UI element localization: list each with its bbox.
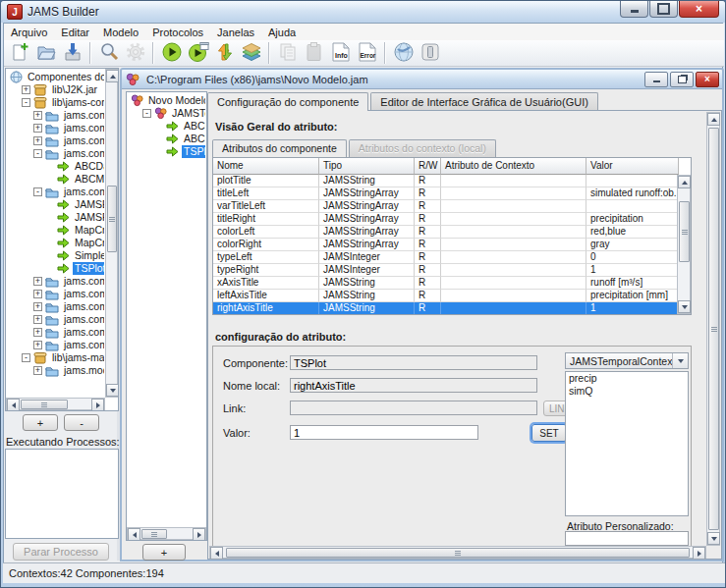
tree-item[interactable]: MapCre	[7, 237, 104, 249]
hscroll-thumb[interactable]	[141, 529, 167, 539]
tab-context-attributes[interactable]: Atributos do contexto (local)	[349, 139, 496, 157]
switch-button[interactable]	[417, 41, 443, 65]
layers-button[interactable]	[238, 41, 264, 65]
expand-icon[interactable]: +	[33, 277, 42, 286]
hscroll-thumb[interactable]	[226, 548, 690, 558]
search-button[interactable]	[95, 41, 122, 65]
add-component-button[interactable]: +	[142, 544, 186, 561]
scroll-left-icon[interactable]	[7, 399, 20, 411]
context-attribute-item[interactable]: simQ	[566, 385, 688, 398]
tree-item[interactable]: SimpleX	[7, 249, 104, 262]
tab-component-configuration[interactable]: Configuração do componente	[207, 92, 368, 111]
tree-item[interactable]: TSPlo	[128, 145, 205, 158]
open-folder-button[interactable]	[32, 41, 59, 65]
component-field[interactable]	[290, 355, 537, 370]
library-tree-vscrollbar[interactable]	[105, 69, 118, 398]
content-vscrollbar[interactable]	[706, 112, 720, 546]
table-row[interactable]: typeRightJAMSIntegerR1	[213, 264, 691, 277]
tree-item[interactable]: ABCMod	[7, 173, 104, 186]
menu-item-protocolos[interactable]: Protocolos	[145, 26, 210, 39]
run-button[interactable]	[158, 41, 185, 65]
globe-button[interactable]	[390, 41, 417, 65]
doc-minimize-button[interactable]	[644, 72, 668, 87]
tree-item[interactable]: TSPlot	[7, 262, 104, 275]
tree-item[interactable]: +lib\J2K.jar	[7, 83, 104, 96]
document-title-bar[interactable]: C:\Program Files (x86)\jams\Novo Modelo.…	[122, 70, 722, 89]
scroll-right-icon[interactable]	[193, 528, 205, 541]
maximize-button[interactable]	[649, 1, 678, 18]
tree-item[interactable]: ABCDat	[7, 160, 104, 173]
tree-item[interactable]: +jams.model	[7, 364, 104, 377]
local-name-field[interactable]	[290, 378, 537, 393]
table-row[interactable]: leftAxisTitleJAMSStringRprecipitation [m…	[213, 290, 691, 302]
tree-item[interactable]: -lib\jams-compor	[7, 96, 104, 109]
tree-item[interactable]: Novo Modelo	[128, 94, 205, 107]
tree-item[interactable]: +jams.compo	[7, 339, 104, 351]
tree-item[interactable]: MapCre	[7, 224, 104, 237]
close-button[interactable]: ×	[679, 1, 719, 18]
tree-item[interactable]: -JAMSTem	[128, 107, 205, 120]
expand-icon[interactable]: +	[33, 366, 42, 375]
expand-icon[interactable]: +	[33, 136, 42, 145]
expand-icon[interactable]: +	[33, 341, 42, 349]
column-header-tipo[interactable]: Tipo	[319, 158, 415, 175]
collapse-icon[interactable]: -	[142, 109, 151, 118]
tree-item[interactable]: +jams.compo	[7, 134, 104, 147]
collapse-icon[interactable]: -	[22, 98, 30, 107]
collapse-icon[interactable]: -	[22, 353, 30, 362]
collapse-icon[interactable]: -	[33, 187, 42, 196]
remove-library-button[interactable]: -	[64, 414, 99, 431]
scroll-left-icon[interactable]	[210, 547, 223, 560]
content-hscrollbar[interactable]	[209, 546, 706, 559]
vscroll-thumb[interactable]	[107, 186, 117, 252]
tree-item[interactable]: JAMSPri	[7, 211, 104, 224]
context-attribute-item[interactable]: precip	[566, 372, 688, 385]
stop-process-button[interactable]: Parar Processo	[13, 543, 109, 561]
menu-item-arquivo[interactable]: Arquivo	[4, 26, 54, 39]
menu-item-editar[interactable]: Editar	[54, 26, 96, 39]
tree-item[interactable]: +jams.compo	[7, 326, 104, 339]
tree-item[interactable]: Componentes do Mo	[7, 71, 104, 83]
table-row[interactable]: xAxisTitleJAMSStringRrunoff [m³/s]	[213, 277, 691, 290]
tree-item[interactable]: JAMSEx	[7, 198, 104, 211]
scroll-left-icon[interactable]	[128, 528, 140, 541]
scroll-down-icon[interactable]	[106, 384, 119, 397]
scroll-right-icon[interactable]	[693, 547, 705, 560]
tree-item[interactable]: +jams.compo	[7, 288, 104, 300]
tree-item[interactable]: +jams.compo	[7, 275, 104, 288]
tree-item[interactable]: -jams.compo	[7, 186, 104, 198]
column-header-valor[interactable]: Valor	[586, 158, 679, 175]
scroll-right-icon[interactable]	[91, 399, 104, 411]
library-tree-hscrollbar[interactable]	[6, 398, 105, 410]
tree-item[interactable]: +jams.compo	[7, 313, 104, 326]
scroll-up-icon[interactable]	[106, 70, 119, 82]
expand-icon[interactable]: +	[22, 85, 30, 94]
expand-icon[interactable]: +	[33, 290, 42, 298]
title-bar[interactable]: J JAMS Builder	[1, 1, 725, 23]
new-file-button[interactable]	[6, 41, 32, 65]
menu-item-janelas[interactable]: Janelas	[210, 26, 261, 39]
table-row[interactable]: typeLeftJAMSIntegerR0	[213, 251, 691, 264]
expand-icon[interactable]: +	[33, 111, 42, 120]
tree-item[interactable]: ABCD	[128, 120, 205, 133]
collapse-icon[interactable]: -	[33, 149, 42, 158]
table-vscrollbar[interactable]	[677, 175, 691, 314]
column-header-nome[interactable]: Nome	[213, 158, 319, 175]
tree-item[interactable]: ABCM	[128, 133, 205, 145]
table-row[interactable]: titleRightJAMSStringArrayRprecipitation	[213, 213, 691, 226]
column-header-atributo-de-contexto[interactable]: Atributo de Contexto	[441, 158, 586, 175]
error-doc-button[interactable]: Error	[354, 41, 380, 65]
tree-item[interactable]: -lib\jams-main.ja	[7, 351, 104, 364]
value-field[interactable]	[290, 425, 478, 440]
tree-item[interactable]: +jams.compo	[7, 109, 104, 122]
hscroll-thumb[interactable]	[21, 400, 68, 409]
tree-item[interactable]: -jams.compo	[7, 147, 104, 160]
vscroll-thumb[interactable]	[679, 201, 690, 262]
expand-icon[interactable]: +	[33, 315, 42, 324]
running-processes-list[interactable]	[5, 449, 119, 539]
table-row[interactable]: colorLeftJAMSStringArrayRred,blue	[213, 226, 691, 239]
minimize-button[interactable]	[620, 1, 648, 18]
sync-arrows-button[interactable]	[211, 41, 238, 65]
table-row[interactable]: titleLeftJAMSStringArrayRsimulated runof…	[213, 187, 691, 200]
model-tree-hscrollbar[interactable]	[127, 527, 206, 540]
